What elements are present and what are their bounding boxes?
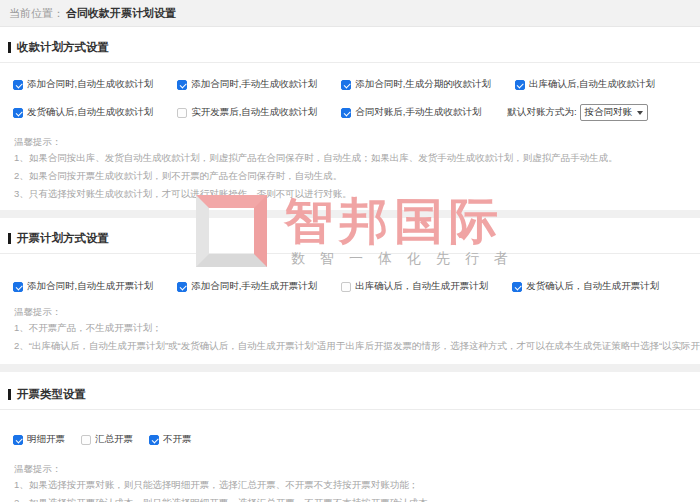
reconcile-mode-value: 按合同对账	[585, 106, 633, 119]
section-header: 开票类型设置	[8, 387, 692, 402]
checkbox-auto-receipt-on-outbound[interactable]: 出库确认后,自动生成收款计划	[515, 78, 655, 91]
section-receipt-plan: 收款计划方式设置 添加合同时,自动生成收款计划 添加合同时,手动生成收款计划 添…	[0, 27, 700, 210]
section-divider	[0, 210, 700, 218]
checkbox[interactable]	[177, 108, 187, 118]
checkbox-manual-receipt-on-reconcile[interactable]: 合同对账后,手动生成收款计划	[341, 106, 481, 119]
chevron-down-icon	[637, 111, 643, 115]
checkbox-auto-receipt-on-delivery[interactable]: 发货确认后,自动生成收款计划	[13, 106, 153, 119]
section-divider	[0, 364, 700, 372]
checkbox-label: 实开发票后,自动生成收款计划	[191, 106, 317, 119]
checkbox-no-invoice[interactable]: 不开票	[149, 433, 192, 446]
section-marker	[8, 42, 11, 53]
checkbox-manual-receipt-on-contract[interactable]: 添加合同时,手动生成收款计划	[177, 78, 317, 91]
checkbox-label: 添加合同时,自动生成开票计划	[27, 280, 153, 293]
section-title: 开票计划方式设置	[17, 231, 109, 246]
checkbox-label: 发货确认后，自动生成开票计划	[526, 280, 659, 293]
checkbox-label: 出库确认后，自动生成开票计划	[355, 280, 488, 293]
checkbox-auto-receipt-on-contract[interactable]: 添加合同时,自动生成收款计划	[13, 78, 153, 91]
tips-block: 温馨提示： 1、如果选择按开票对账，则只能选择明细开票，选择汇总开票、不开票不支…	[8, 463, 692, 502]
checkbox-summary-invoice[interactable]: 汇总开票	[81, 433, 133, 446]
default-reconcile-setting: 默认对账方式为: 按合同对账	[507, 104, 648, 121]
checkbox[interactable]	[13, 435, 23, 445]
checkbox[interactable]	[341, 108, 351, 118]
tip-line: 2、如果合同按开票生成收款计划，则不开票的产品在合同保存时，自动生成。	[14, 167, 692, 185]
checkbox[interactable]	[341, 80, 351, 90]
checkbox[interactable]	[13, 282, 23, 292]
checkbox-auto-invoice-on-outbound[interactable]: 出库确认后，自动生成开票计划	[341, 280, 488, 293]
tips-title: 温馨提示：	[14, 463, 692, 476]
checkbox-label: 发货确认后,自动生成收款计划	[27, 106, 153, 119]
reconcile-mode-select[interactable]: 按合同对账	[580, 104, 649, 121]
checkbox[interactable]	[512, 282, 522, 292]
checkbox[interactable]	[149, 435, 159, 445]
checkbox-itemized-invoice[interactable]: 明细开票	[13, 433, 65, 446]
section-invoice-type: 开票类型设置 明细开票 汇总开票 不开票 温馨提示： 1、如果选择按开票对账，则…	[0, 372, 700, 502]
tips-title: 温馨提示：	[14, 136, 692, 149]
breadcrumb-prefix: 当前位置：	[9, 6, 64, 21]
section-invoice-plan: 开票计划方式设置 添加合同时,自动生成开票计划 添加合同时,手动生成开票计划 出…	[0, 218, 700, 364]
section-divider-line	[0, 62, 700, 63]
checkbox-row: 明细开票 汇总开票 不开票	[8, 433, 692, 446]
checkbox[interactable]	[13, 80, 23, 90]
section-divider-line	[0, 409, 700, 410]
tip-line: 2、如果选择按开票确认成本，则只能选择明细开票，选择汇总开票、不开票不支持按开票…	[14, 494, 692, 502]
page-title: 合同收款开票计划设置	[66, 6, 176, 21]
section-header: 开票计划方式设置	[8, 231, 692, 246]
section-marker	[8, 233, 11, 244]
section-header: 收款计划方式设置	[8, 40, 692, 55]
checkbox[interactable]	[13, 108, 23, 118]
checkbox-auto-invoice-on-delivery[interactable]: 发货确认后，自动生成开票计划	[512, 280, 659, 293]
checkbox-label: 添加合同时,生成分期的收款计划	[355, 78, 491, 91]
tip-line: 1、如果合同按出库、发货自动生成收款计划，则虚拟产品在合同保存时，自动生成；如果…	[14, 149, 692, 167]
checkbox-label: 不开票	[163, 433, 192, 446]
checkbox-label: 添加合同时,手动生成收款计划	[191, 78, 317, 91]
checkbox[interactable]	[341, 282, 351, 292]
tips-block: 温馨提示： 1、不开票产品，不生成开票计划； 2、“出库确认后，自动生成开票计划…	[8, 306, 692, 355]
tip-line: 1、不开票产品，不生成开票计划；	[14, 319, 692, 337]
checkbox-auto-invoice-on-contract[interactable]: 添加合同时,自动生成开票计划	[13, 280, 153, 293]
checkbox-label: 汇总开票	[95, 433, 133, 446]
tip-line: 1、如果选择按开票对账，则只能选择明细开票，选择汇总开票、不开票不支持按开票对账…	[14, 476, 692, 494]
checkbox-label: 明细开票	[27, 433, 65, 446]
checkbox[interactable]	[81, 435, 91, 445]
section-title: 收款计划方式设置	[17, 40, 109, 55]
section-title: 开票类型设置	[17, 387, 86, 402]
tip-line: 2、“出库确认后，自动生成开票计划”或“发货确认后，自动生成开票计划”适用于出库…	[14, 337, 692, 355]
checkbox-label: 出库确认后,自动生成收款计划	[529, 78, 655, 91]
checkbox-row: 发货确认后,自动生成收款计划 实开发票后,自动生成收款计划 合同对账后,手动生成…	[8, 104, 692, 121]
checkbox[interactable]	[177, 282, 187, 292]
checkbox[interactable]	[177, 80, 187, 90]
checkbox-row: 添加合同时,自动生成收款计划 添加合同时,手动生成收款计划 添加合同时,生成分期…	[8, 78, 692, 91]
reconcile-mode-label: 默认对账方式为:	[507, 106, 576, 119]
checkbox-manual-invoice-on-contract[interactable]: 添加合同时,手动生成开票计划	[177, 280, 317, 293]
checkbox-row: 添加合同时,自动生成开票计划 添加合同时,手动生成开票计划 出库确认后，自动生成…	[8, 280, 692, 293]
checkbox-label: 添加合同时,手动生成开票计划	[191, 280, 317, 293]
checkbox-label: 合同对账后,手动生成收款计划	[355, 106, 481, 119]
tip-line: 3、只有选择按对账生成收款计划，才可以进行对账操作，否则不可以进行对账。	[14, 185, 692, 203]
checkbox-installment-receipt-on-contract[interactable]: 添加合同时,生成分期的收款计划	[341, 78, 491, 91]
tips-block: 温馨提示： 1、如果合同按出库、发货自动生成收款计划，则虚拟产品在合同保存时，自…	[8, 136, 692, 203]
section-divider-line	[0, 253, 700, 254]
checkbox-auto-receipt-on-invoice[interactable]: 实开发票后,自动生成收款计划	[177, 106, 317, 119]
tips-title: 温馨提示：	[14, 306, 692, 319]
checkbox-label: 添加合同时,自动生成收款计划	[27, 78, 153, 91]
section-marker	[8, 389, 11, 400]
breadcrumb: 当前位置： 合同收款开票计划设置	[0, 0, 700, 27]
checkbox[interactable]	[515, 80, 525, 90]
